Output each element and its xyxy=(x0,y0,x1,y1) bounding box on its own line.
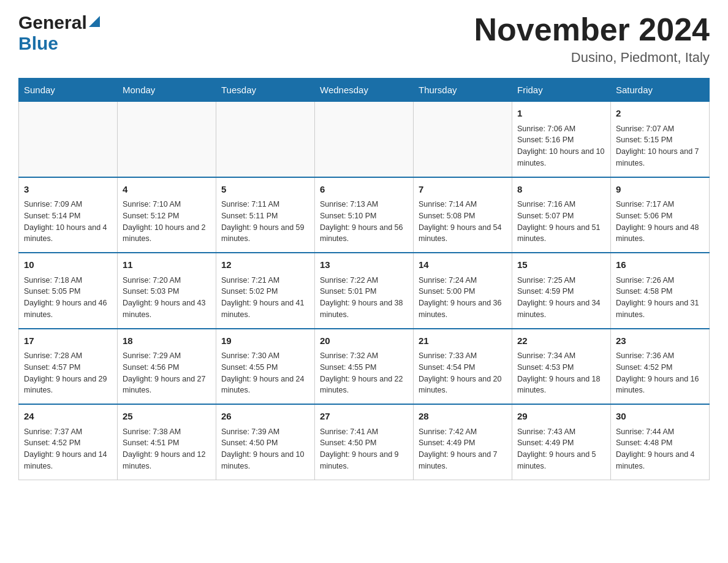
day-info: Sunset: 5:00 PM xyxy=(419,286,507,297)
day-info: Sunset: 4:54 PM xyxy=(419,362,507,373)
day-info: Daylight: 9 hours and 4 minutes. xyxy=(616,449,704,472)
calendar-cell: 3Sunrise: 7:09 AMSunset: 5:14 PMDaylight… xyxy=(19,177,118,253)
calendar-cell: 24Sunrise: 7:37 AMSunset: 4:52 PMDayligh… xyxy=(19,404,118,480)
day-info: Daylight: 9 hours and 9 minutes. xyxy=(320,449,408,472)
day-number: 20 xyxy=(320,334,408,348)
day-info: Daylight: 9 hours and 51 minutes. xyxy=(517,222,605,245)
calendar-week-row: 10Sunrise: 7:18 AMSunset: 5:05 PMDayligh… xyxy=(19,253,710,329)
day-info: Sunrise: 7:42 AM xyxy=(419,426,507,438)
calendar-cell xyxy=(216,102,315,177)
day-number: 7 xyxy=(419,183,507,197)
calendar-cell xyxy=(118,102,216,177)
calendar-cell: 22Sunrise: 7:34 AMSunset: 4:53 PMDayligh… xyxy=(512,329,611,405)
day-info: Sunrise: 7:21 AM xyxy=(221,275,309,286)
day-info: Sunrise: 7:16 AM xyxy=(517,199,605,210)
logo-arrow-icon xyxy=(89,16,100,29)
calendar-cell xyxy=(19,102,118,177)
calendar-table: SundayMondayTuesdayWednesdayThursdayFrid… xyxy=(18,78,710,480)
day-info: Daylight: 9 hours and 43 minutes. xyxy=(123,297,211,321)
day-number: 16 xyxy=(616,258,704,272)
day-number: 8 xyxy=(517,183,605,197)
day-info: Daylight: 9 hours and 31 minutes. xyxy=(616,297,704,321)
day-info: Daylight: 9 hours and 59 minutes. xyxy=(221,222,309,245)
calendar-cell: 30Sunrise: 7:44 AMSunset: 4:48 PMDayligh… xyxy=(611,404,710,480)
day-info: Daylight: 9 hours and 14 minutes. xyxy=(24,449,112,472)
calendar-cell xyxy=(414,102,512,177)
calendar-cell: 11Sunrise: 7:20 AMSunset: 5:03 PMDayligh… xyxy=(118,253,216,329)
day-header-monday: Monday xyxy=(118,79,216,102)
calendar-cell: 13Sunrise: 7:22 AMSunset: 5:01 PMDayligh… xyxy=(315,253,414,329)
calendar-cell: 21Sunrise: 7:33 AMSunset: 4:54 PMDayligh… xyxy=(414,329,512,405)
calendar-cell: 7Sunrise: 7:14 AMSunset: 5:08 PMDaylight… xyxy=(414,177,512,253)
calendar-week-row: 17Sunrise: 7:28 AMSunset: 4:57 PMDayligh… xyxy=(19,329,710,405)
day-info: Sunset: 4:58 PM xyxy=(616,286,704,297)
calendar-cell: 15Sunrise: 7:25 AMSunset: 4:59 PMDayligh… xyxy=(512,253,611,329)
day-info: Sunset: 4:50 PM xyxy=(221,437,309,449)
calendar-cell: 17Sunrise: 7:28 AMSunset: 4:57 PMDayligh… xyxy=(19,329,118,405)
location: Dusino, Piedmont, Italy xyxy=(474,50,710,66)
day-info: Daylight: 9 hours and 36 minutes. xyxy=(419,297,507,321)
day-number: 2 xyxy=(616,107,704,121)
day-header-thursday: Thursday xyxy=(414,79,512,102)
day-number: 13 xyxy=(320,258,408,272)
day-info: Sunrise: 7:32 AM xyxy=(320,350,408,362)
calendar-cell xyxy=(315,102,414,177)
day-number: 25 xyxy=(123,410,211,424)
day-info: Daylight: 9 hours and 10 minutes. xyxy=(221,449,309,472)
calendar-cell: 5Sunrise: 7:11 AMSunset: 5:11 PMDaylight… xyxy=(216,177,315,253)
calendar-cell: 1Sunrise: 7:06 AMSunset: 5:16 PMDaylight… xyxy=(512,102,611,177)
calendar-cell: 27Sunrise: 7:41 AMSunset: 4:50 PMDayligh… xyxy=(315,404,414,480)
calendar-cell: 14Sunrise: 7:24 AMSunset: 5:00 PMDayligh… xyxy=(414,253,512,329)
day-info: Sunrise: 7:17 AM xyxy=(616,199,704,210)
day-info: Daylight: 9 hours and 24 minutes. xyxy=(221,373,309,397)
day-header-saturday: Saturday xyxy=(611,79,710,102)
day-info: Sunset: 4:57 PM xyxy=(24,362,112,373)
day-info: Sunset: 5:12 PM xyxy=(123,210,211,222)
day-info: Sunset: 5:14 PM xyxy=(24,210,112,222)
calendar-cell: 16Sunrise: 7:26 AMSunset: 4:58 PMDayligh… xyxy=(611,253,710,329)
day-info: Sunset: 4:52 PM xyxy=(616,362,704,373)
day-info: Daylight: 9 hours and 41 minutes. xyxy=(221,297,309,321)
day-info: Sunset: 4:59 PM xyxy=(517,286,605,297)
day-number: 3 xyxy=(24,183,112,197)
day-info: Sunset: 4:52 PM xyxy=(24,437,112,449)
day-info: Sunrise: 7:06 AM xyxy=(517,123,605,135)
day-info: Sunrise: 7:37 AM xyxy=(24,426,112,438)
day-info: Sunset: 4:49 PM xyxy=(517,437,605,449)
day-info: Sunrise: 7:14 AM xyxy=(419,199,507,210)
calendar-cell: 26Sunrise: 7:39 AMSunset: 4:50 PMDayligh… xyxy=(216,404,315,480)
day-info: Sunrise: 7:07 AM xyxy=(616,123,704,135)
calendar-cell: 4Sunrise: 7:10 AMSunset: 5:12 PMDaylight… xyxy=(118,177,216,253)
day-number: 5 xyxy=(221,183,309,197)
day-info: Sunrise: 7:22 AM xyxy=(320,275,408,286)
day-info: Sunrise: 7:26 AM xyxy=(616,275,704,286)
calendar-cell: 18Sunrise: 7:29 AMSunset: 4:56 PMDayligh… xyxy=(118,329,216,405)
logo-general: General xyxy=(18,12,87,33)
day-info: Daylight: 10 hours and 7 minutes. xyxy=(616,146,704,169)
day-info: Sunrise: 7:24 AM xyxy=(419,275,507,286)
day-info: Sunrise: 7:43 AM xyxy=(517,426,605,438)
calendar-cell: 2Sunrise: 7:07 AMSunset: 5:15 PMDaylight… xyxy=(611,102,710,177)
calendar-cell: 19Sunrise: 7:30 AMSunset: 4:55 PMDayligh… xyxy=(216,329,315,405)
day-info: Daylight: 9 hours and 48 minutes. xyxy=(616,222,704,245)
day-info: Sunset: 4:56 PM xyxy=(123,362,211,373)
day-info: Daylight: 9 hours and 29 minutes. xyxy=(24,373,112,397)
day-info: Daylight: 9 hours and 18 minutes. xyxy=(517,373,605,397)
calendar-cell: 28Sunrise: 7:42 AMSunset: 4:49 PMDayligh… xyxy=(414,404,512,480)
day-info: Daylight: 10 hours and 2 minutes. xyxy=(123,222,211,245)
day-number: 22 xyxy=(517,334,605,348)
day-info: Sunset: 5:03 PM xyxy=(123,286,211,297)
calendar-cell: 6Sunrise: 7:13 AMSunset: 5:10 PMDaylight… xyxy=(315,177,414,253)
day-info: Sunset: 5:01 PM xyxy=(320,286,408,297)
day-number: 12 xyxy=(221,258,309,272)
day-info: Sunset: 5:10 PM xyxy=(320,210,408,222)
day-info: Sunset: 4:55 PM xyxy=(320,362,408,373)
calendar-cell: 23Sunrise: 7:36 AMSunset: 4:52 PMDayligh… xyxy=(611,329,710,405)
day-info: Daylight: 9 hours and 16 minutes. xyxy=(616,373,704,397)
day-info: Sunrise: 7:11 AM xyxy=(221,199,309,210)
day-info: Daylight: 9 hours and 34 minutes. xyxy=(517,297,605,321)
calendar-week-row: 1Sunrise: 7:06 AMSunset: 5:16 PMDaylight… xyxy=(19,102,710,177)
day-info: Daylight: 9 hours and 5 minutes. xyxy=(517,449,605,472)
day-info: Sunrise: 7:28 AM xyxy=(24,350,112,362)
day-info: Sunset: 5:05 PM xyxy=(24,286,112,297)
